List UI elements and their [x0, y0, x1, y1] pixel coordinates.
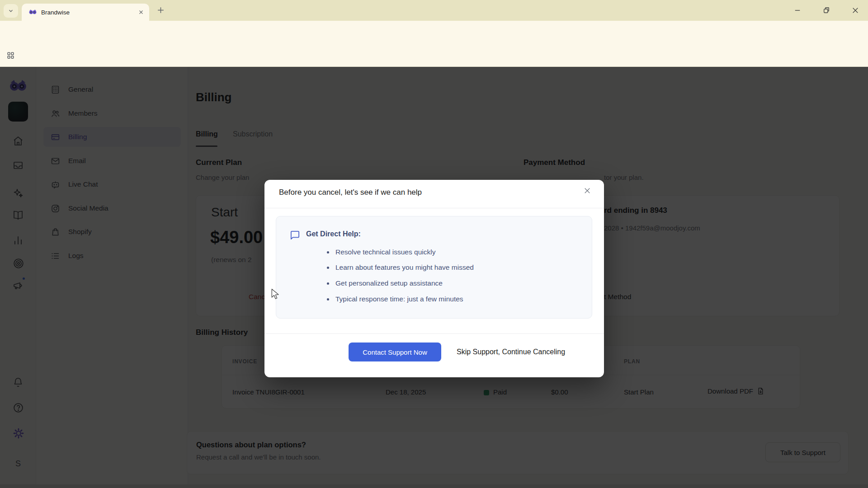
- modal-title: Before you cancel, let's see if we can h…: [279, 188, 422, 197]
- bullet-text: Resolve technical issues quickly: [335, 248, 435, 256]
- browser-toolbar: app.brandwise.ai/o/kh7czxc25zbktfnh718pz…: [0, 21, 868, 45]
- bullet-dot: [327, 251, 329, 253]
- bullet-text: Learn about features you might have miss…: [335, 263, 474, 272]
- contact-support-button[interactable]: Contact Support Now: [349, 343, 441, 361]
- modal-footer-divider: [264, 333, 604, 334]
- chat-bubble-icon: [290, 230, 300, 240]
- bullet-text: Typical response time: just a few minute…: [335, 295, 463, 303]
- bullet-dot: [327, 282, 329, 285]
- chevron-down-icon: [8, 8, 14, 14]
- mouse-cursor: [270, 288, 281, 300]
- help-bullet: Typical response time: just a few minute…: [327, 295, 463, 303]
- bookmarks-bar: [0, 45, 868, 67]
- tab-title: Brandwise: [41, 9, 137, 16]
- new-tab-button[interactable]: [156, 6, 165, 14]
- direct-help-heading: Get Direct Help:: [306, 230, 361, 238]
- cancel-retention-modal: Before you cancel, let's see if we can h…: [264, 180, 604, 377]
- window-minimize-button[interactable]: [793, 6, 802, 14]
- window-close-button[interactable]: [851, 6, 860, 14]
- help-bullet: Get personalized setup assistance: [327, 279, 443, 287]
- direct-help-panel: Get Direct Help: Resolve technical issue…: [276, 216, 592, 319]
- browser-tab[interactable]: Brandwise: [22, 4, 149, 21]
- skip-support-button[interactable]: Skip Support, Continue Canceling: [457, 343, 565, 361]
- bullet-text: Get personalized setup assistance: [335, 279, 443, 287]
- browser-tab-strip: Brandwise: [0, 0, 868, 21]
- bullet-dot: [327, 267, 329, 269]
- tab-close-icon[interactable]: [137, 9, 145, 16]
- tab-search-button[interactable]: [4, 4, 18, 18]
- modal-close-icon[interactable]: [582, 186, 592, 196]
- modal-header-divider: [264, 208, 604, 208]
- help-bullet: Resolve technical issues quickly: [327, 248, 435, 256]
- help-bullet: Learn about features you might have miss…: [327, 263, 474, 272]
- apps-grid-icon[interactable]: [6, 51, 15, 60]
- window-restore-button[interactable]: [822, 6, 831, 14]
- brandwise-favicon-owl-icon: [29, 9, 37, 15]
- bullet-dot: [327, 298, 329, 300]
